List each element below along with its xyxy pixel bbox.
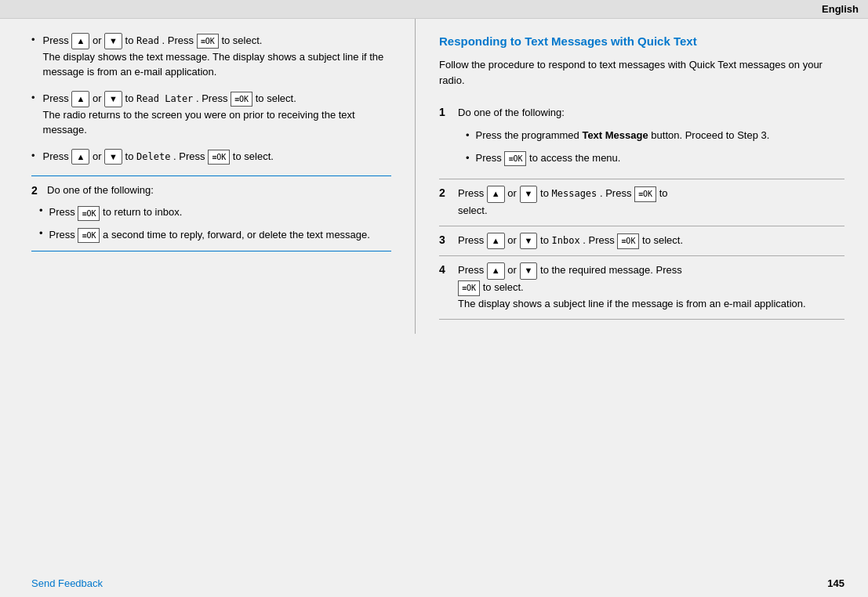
text-static: Press	[49, 229, 78, 241]
text-to: to the required message. Press	[540, 265, 682, 277]
list-item: • Press ▲ or ▼ to Delete . Press ≡OK to …	[31, 149, 391, 165]
step-content-2: Press ▲ or ▼ to Messages . Press ≡OK to …	[458, 186, 844, 219]
text-press: . Press	[162, 34, 197, 46]
step-item-3: 3 Press ▲ or ▼ to Inbox . Press ≡OK to s…	[439, 226, 844, 257]
text-or: or	[93, 34, 104, 46]
text-static: Press	[43, 92, 72, 104]
bullet-content: Press ▲ or ▼ to Read . Press ≡OK to sele…	[43, 33, 391, 80]
section-intro: Follow the procedure to respond to text …	[439, 57, 844, 88]
bullet2-detail: The radio returns to the screen you were…	[43, 109, 355, 136]
section-heading: Responding to Text Messages with Quick T…	[439, 33, 844, 49]
footer: Send Feedback 145	[31, 577, 844, 589]
nav-up-button: ▲	[487, 186, 505, 203]
step-num-2: 2	[31, 184, 47, 197]
nav-down-button: ▼	[104, 149, 122, 165]
bullet-dot: •	[31, 92, 35, 103]
text-static: Press	[49, 206, 78, 218]
left-column: • Press ▲ or ▼ to Read . Press ≡OK to se…	[0, 19, 416, 334]
step-item-2: 2 Press ▲ or ▼ to Messages . Press ≡OK t…	[439, 179, 844, 226]
nav-up-button: ▲	[71, 91, 89, 107]
step-2-section: 2 Do one of the following: • Press ≡OK t…	[31, 184, 391, 242]
text-suffix: to return to inbox.	[103, 206, 182, 218]
list-item: • Press ≡OK to access the menu.	[458, 150, 844, 167]
text-static: Press	[43, 150, 72, 162]
top-bar: English	[0, 0, 868, 19]
sub-bullet-content: Press the programmed Text Message button…	[476, 128, 844, 143]
bullet-dot: •	[39, 227, 43, 239]
bullet-content: Press ▲ or ▼ to Read Later . Press ≡OK t…	[43, 91, 391, 138]
send-feedback-link[interactable]: Send Feedback	[31, 577, 103, 589]
list-item: • Press ▲ or ▼ to Read . Press ≡OK to se…	[31, 33, 391, 80]
ok-button: ≡OK	[458, 280, 480, 296]
divider-bottom	[31, 251, 391, 251]
text-to: to	[540, 234, 551, 246]
cmd-label: Read Later	[136, 93, 193, 104]
step4-detail: The display shows a subject line if the …	[458, 298, 806, 309]
bullet1-detail: The display shows the text message. The …	[43, 51, 384, 78]
text-static: Press the programmed	[476, 129, 583, 141]
ok-button: ≡OK	[208, 150, 230, 165]
step-num-1: 1	[439, 106, 458, 118]
text-press: . Press	[173, 150, 208, 162]
nav-up-button: ▲	[487, 233, 505, 250]
bullet-content: Press ▲ or ▼ to Delete . Press ≡OK to se…	[43, 149, 391, 165]
divider	[31, 175, 391, 176]
text-to-select: to select.	[256, 92, 296, 104]
sub-bullet-content: Press ≡OK a second time to reply, forwar…	[49, 227, 391, 243]
ok-button: ≡OK	[78, 206, 100, 221]
nav-up-button: ▲	[487, 262, 505, 280]
content-area: • Press ▲ or ▼ to Read . Press ≡OK to se…	[0, 19, 868, 334]
nav-down-button: ▼	[104, 33, 122, 49]
sub-bullet-content: Press ≡OK to return to inbox.	[49, 204, 391, 220]
bullet-dot: •	[31, 34, 35, 45]
text-select: select.	[458, 204, 488, 216]
text-static: Press	[43, 34, 72, 46]
list-item: • Press ≡OK a second time to reply, forw…	[31, 227, 391, 243]
page-number: 145	[827, 577, 844, 589]
ok-button: ≡OK	[504, 151, 526, 166]
nav-up-button: ▲	[71, 33, 89, 49]
nav-down-button: ▼	[104, 91, 122, 107]
text-static: to access the menu.	[529, 152, 620, 164]
step-num-3: 3	[439, 233, 458, 246]
step-content-4: Press ▲ or ▼ to the required message. Pr…	[458, 262, 844, 312]
right-column: Responding to Text Messages with Quick T…	[416, 19, 868, 334]
list-item: • Press ≡OK to return to inbox.	[31, 204, 391, 220]
ok-button: ≡OK	[634, 186, 656, 202]
text-to-select: to select.	[233, 150, 274, 162]
text-static: button. Proceed to Step 3.	[651, 129, 769, 141]
bullet-dot: •	[39, 204, 43, 216]
step-item-1: 1 Do one of the following: • Press the p…	[439, 99, 844, 179]
text-static: Press	[458, 265, 487, 277]
text-suffix: a second time to reply, forward, or dele…	[103, 229, 370, 241]
text-press: . Press	[196, 92, 231, 104]
bullet-dot: •	[466, 150, 470, 167]
text-to: to	[125, 34, 136, 46]
text-press: . Press	[600, 188, 634, 200]
text-static: Press	[476, 152, 505, 164]
text-to: to	[659, 188, 668, 200]
text-to: to	[540, 188, 551, 200]
text-bold: Text Message	[582, 129, 648, 141]
step2-label: Do one of the following:	[47, 184, 154, 196]
text-static: Press	[458, 234, 487, 246]
text-or: or	[507, 188, 519, 200]
step-content-3: Press ▲ or ▼ to Inbox . Press ≡OK to sel…	[458, 233, 844, 250]
list-item: • Press ▲ or ▼ to Read Later . Press ≡OK…	[31, 91, 391, 138]
nav-up-button: ▲	[71, 149, 89, 165]
text-suffix: to select.	[483, 281, 524, 293]
text-or: or	[507, 234, 519, 246]
text-static: Press	[458, 188, 487, 200]
nav-down-button: ▼	[520, 233, 538, 250]
nav-down-button: ▼	[520, 186, 538, 203]
ok-button: ≡OK	[617, 233, 639, 249]
cmd-label: Delete	[136, 151, 170, 162]
step-num-2: 2	[439, 186, 458, 199]
ok-button: ≡OK	[231, 92, 252, 107]
step-num-4: 4	[439, 263, 458, 276]
cmd-label: Read	[136, 35, 159, 46]
ok-button: ≡OK	[197, 34, 219, 49]
step-content-1: Do one of the following: • Press the pro…	[458, 105, 844, 172]
text-to: to	[125, 150, 136, 162]
text-or: or	[507, 265, 519, 277]
